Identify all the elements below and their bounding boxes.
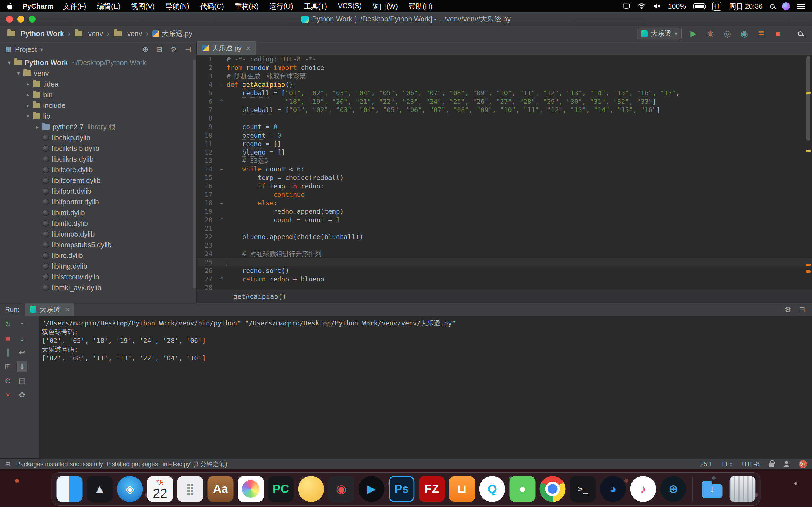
tree-item[interactable]: libirng.dylib (0, 261, 196, 272)
menu-item[interactable]: 运行(U) (269, 2, 293, 11)
fold-marker-icon[interactable]: − (217, 80, 226, 89)
fold-marker-icon[interactable]: − (217, 165, 226, 173)
code-line[interactable]: 2from random import choice (197, 63, 812, 72)
wifi-icon[interactable] (638, 3, 646, 10)
minimize-window-button[interactable] (17, 16, 24, 22)
code-line[interactable]: 20^ count = count + 1 (197, 216, 812, 224)
code-line[interactable]: 18− else: (197, 199, 812, 207)
menu-item[interactable]: 代码(C) (200, 2, 224, 11)
pin-tab-button[interactable]: ⊙ (3, 375, 13, 386)
code-line[interactable]: 9 count = 0 (197, 123, 812, 131)
inspections-hector-icon[interactable] (784, 461, 790, 467)
code-line[interactable]: 1# -*- coding: UTF-8 -*- (197, 55, 812, 63)
editor-scroll-stripe[interactable] (804, 55, 812, 290)
globe-app-icon[interactable]: ⊕ (660, 476, 687, 502)
restore-layout-button[interactable]: ⊞ (3, 361, 13, 372)
breadcrumb-scope[interactable]: getAcaipiao() (233, 293, 286, 300)
fold-marker-icon[interactable]: − (217, 199, 226, 207)
menu-item[interactable]: 重构(R) (235, 2, 259, 11)
concurrency-diagram-button[interactable]: ≣ (756, 29, 766, 39)
project-panel-title[interactable]: Project (15, 45, 37, 54)
tree-chevron-icon[interactable]: ▾ (24, 113, 32, 120)
fold-marker-icon[interactable]: ^ (217, 216, 226, 224)
downloads-folder-icon[interactable]: ↓ (699, 476, 726, 502)
search-everywhere-icon[interactable] (795, 29, 805, 39)
rocket-app-icon[interactable]: ▲ (87, 476, 113, 502)
photoshop-icon[interactable]: Ps (388, 476, 415, 502)
tree-chevron-icon[interactable]: ▾ (5, 59, 13, 66)
settings-gear-icon[interactable]: ⚙ (784, 306, 791, 313)
chevron-down-icon[interactable]: ▾ (40, 46, 43, 53)
tree-chevron-icon[interactable]: ▾ (14, 70, 23, 77)
breadcrumb-item[interactable]: 大乐透.py (152, 29, 192, 38)
yellow-app-icon[interactable] (298, 476, 324, 502)
editor-scrollbar-thumb[interactable] (806, 56, 810, 141)
code-line[interactable]: 16 if temp in redno: (197, 182, 812, 190)
prev-trace-button[interactable]: ↑ (17, 319, 28, 330)
menu-item[interactable]: 窗口(W) (372, 2, 398, 11)
chrome-icon[interactable] (539, 476, 566, 502)
profiler-button[interactable]: ◉ (739, 29, 749, 39)
battery-icon[interactable] (693, 3, 705, 9)
tree-item[interactable]: libistrconv.dylib (0, 272, 196, 282)
tree-item[interactable]: libirc.dylib (0, 250, 196, 261)
breadcrumb-item[interactable]: venv (113, 30, 142, 38)
stop-button[interactable]: ■ (3, 333, 13, 344)
player-app-icon[interactable]: ▶ (358, 476, 385, 502)
dictionary-icon[interactable]: Aa (207, 476, 234, 502)
code-line[interactable]: 26 redno.sort() (197, 267, 812, 275)
collapse-all-icon[interactable]: ⊟ (156, 46, 163, 53)
readonly-lock-icon[interactable] (769, 463, 774, 467)
tree-item[interactable]: ▸.idea (0, 79, 196, 90)
tree-item[interactable]: libifport.dylib (0, 186, 196, 196)
filezilla-icon[interactable]: FZ (419, 476, 445, 502)
code-line[interactable]: 25 (197, 258, 812, 267)
print-button[interactable]: ▤ (17, 375, 28, 386)
notification-center-icon[interactable] (797, 4, 805, 9)
code-line[interactable]: 12 blueno = [] (197, 148, 812, 157)
menu-item[interactable]: 帮助(H) (409, 2, 433, 11)
music-app-icon[interactable]: ♪ (630, 476, 656, 502)
scroll-to-end-button[interactable]: ⇓ (17, 361, 28, 372)
tree-item[interactable]: ▾Python Work~/Desktop/Python Work (0, 57, 196, 68)
display-mirroring-icon[interactable] (622, 3, 630, 10)
run-with-coverage-button[interactable]: ◎ (722, 29, 733, 39)
tree-item[interactable]: ▸python2.7library 根 (0, 121, 196, 132)
breadcrumb-item[interactable]: Python Work (7, 30, 64, 38)
code-line[interactable]: 5 redball = ["01", "02", "03", "04", "05… (197, 89, 812, 97)
menu-item[interactable]: 文件(F) (63, 2, 86, 11)
code-line[interactable]: 11 redno = [] (197, 139, 812, 148)
fold-marker-icon[interactable]: ^ (217, 97, 226, 106)
tree-item[interactable]: ▸bin (0, 90, 196, 100)
calendar-icon[interactable]: 7月22 (147, 476, 173, 502)
code-line[interactable]: 22 blueno.append(choice(blueball)) (197, 233, 812, 241)
tree-item[interactable]: libcilkrts.dylib (0, 154, 196, 164)
file-encoding[interactable]: UTF-8 (742, 460, 760, 468)
menu-item[interactable]: 导航(N) (165, 2, 189, 11)
settings-gear-icon[interactable]: ⚙ (170, 46, 177, 53)
code-line[interactable]: 6^ "18", "19", "20", "21", "22", "23", "… (197, 97, 812, 106)
run-button[interactable]: ▶ (689, 29, 699, 39)
code-line[interactable]: 3# 随机生成一张双色球彩票 (197, 72, 812, 80)
next-trace-button[interactable]: ↓ (17, 333, 28, 344)
close-icon[interactable]: × (247, 44, 251, 52)
code-line[interactable]: 23 (197, 241, 812, 249)
status-message[interactable]: Packages installed successfully: Install… (16, 460, 227, 468)
input-method-icon[interactable]: 拼 (712, 2, 721, 11)
warning-stripe-mark[interactable] (806, 92, 811, 94)
tree-item[interactable]: libiomp5.dylib (0, 229, 196, 239)
run-console[interactable]: "/Users/macpro/Desktop/Python Work/venv/… (40, 316, 812, 458)
project-scrollbar[interactable] (193, 59, 196, 288)
hide-panel-icon[interactable]: ⊣ (185, 46, 191, 53)
code-line[interactable]: 24 # 对红球数组进行升序排列 (197, 249, 812, 258)
siri-icon[interactable] (782, 2, 790, 10)
safari-icon[interactable]: ◈ (117, 476, 143, 502)
volume-icon[interactable] (653, 3, 661, 10)
code-line[interactable]: 4−def getAcaipiao(): (197, 80, 812, 89)
tree-item[interactable]: libimf.dylib (0, 207, 196, 218)
menubar-clock[interactable]: 周日 20:36 (729, 2, 763, 11)
pycharm-icon[interactable]: PC (268, 476, 294, 502)
run-tab[interactable]: 大乐透 × (24, 303, 74, 316)
code-line[interactable]: 21 (197, 224, 812, 233)
toolwindow-toggle-icon[interactable]: ⊞ (5, 460, 10, 468)
